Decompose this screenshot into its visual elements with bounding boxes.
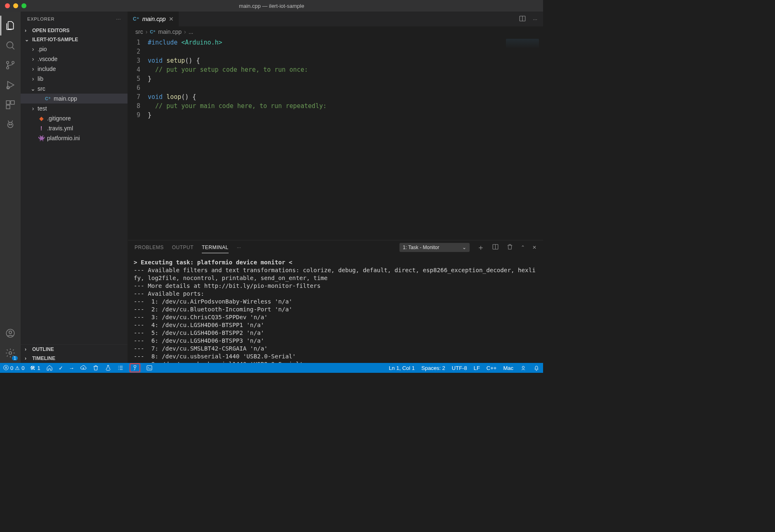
terminal-line: --- Available ports: [134, 290, 537, 298]
editor-tab[interactable]: C⁺ main.cpp ✕ [128, 12, 179, 26]
more-actions-icon[interactable]: ··· [533, 16, 537, 22]
svg-rect-5 [6, 101, 10, 104]
panel-tab-output[interactable]: OUTPUT [172, 242, 194, 253]
status-errors[interactable]: ⓧ0 ⚠0 [3, 364, 24, 372]
git-file-icon: ◆ [38, 115, 45, 122]
breadcrumb-folder[interactable]: src [135, 28, 143, 35]
section-outline[interactable]: › OUTLINE [21, 345, 128, 354]
tree-item[interactable]: ›.pio [21, 44, 128, 54]
code-content[interactable]: #include <Arduino.h> void setup() { // p… [148, 37, 543, 240]
status-encoding[interactable]: UTF-8 [452, 365, 467, 371]
split-editor-icon[interactable] [519, 15, 526, 24]
svg-rect-7 [6, 105, 10, 109]
pio-test-icon[interactable] [105, 365, 111, 371]
panel-tab-problems[interactable]: PROBLEMS [135, 242, 164, 253]
window-close-button[interactable] [5, 3, 10, 8]
maximize-panel-icon[interactable]: ⌃ [521, 245, 525, 250]
code-line[interactable]: // put your main code here, to run repea… [148, 101, 543, 111]
pio-terminal-icon[interactable] [146, 365, 153, 371]
activity-search[interactable] [0, 35, 20, 55]
window-maximize-button[interactable] [21, 3, 26, 8]
minimap[interactable] [506, 39, 539, 51]
tree-item-label: test [38, 105, 47, 112]
close-icon[interactable]: ✕ [169, 16, 174, 22]
code-line[interactable]: void loop() { [148, 92, 543, 101]
breadcrumb-file[interactable]: main.cpp [158, 28, 182, 35]
code-line[interactable]: // put your setup code here, to run once… [148, 65, 543, 74]
feedback-icon[interactable] [520, 365, 527, 371]
tree-item[interactable]: 👾platformio.ini [21, 133, 128, 143]
section-timeline[interactable]: › TIMELINE [21, 354, 128, 363]
status-indent[interactable]: Spaces: 2 [421, 365, 445, 371]
terminal-select[interactable]: 1: Task - Monitor [399, 243, 470, 252]
pio-build-icon[interactable]: ✓ [59, 365, 63, 371]
tree-item[interactable]: ›lib [21, 74, 128, 84]
code-line[interactable]: #include <Arduino.h> [148, 38, 543, 47]
tree-item[interactable]: ◆.gitignore [21, 113, 128, 123]
activity-explorer[interactable] [0, 16, 20, 35]
activity-run-debug[interactable] [0, 75, 20, 95]
tree-item-label: lib [38, 75, 43, 82]
activity-extensions[interactable] [0, 95, 20, 115]
chevron-right-icon: › [31, 46, 35, 52]
status-eol[interactable]: LF [474, 365, 480, 371]
code-editor[interactable]: 123456789 #include <Arduino.h> void setu… [128, 37, 543, 240]
status-language[interactable]: C++ [487, 365, 497, 371]
tools-count: 1 [37, 365, 40, 371]
tree-item[interactable]: ›include [21, 64, 128, 74]
breadcrumb-symbol[interactable]: ... [189, 28, 194, 35]
tree-item[interactable]: ›test [21, 104, 128, 113]
chevron-right-icon: › [31, 75, 35, 82]
explorer-more-icon[interactable]: ··· [116, 16, 121, 21]
terminal-output[interactable]: > Executing task: platformio device moni… [128, 254, 543, 363]
status-platform[interactable]: Mac [503, 365, 513, 371]
line-number: 4 [128, 65, 140, 74]
tree-item[interactable]: C⁺main.cpp [21, 94, 128, 104]
code-line[interactable] [148, 83, 543, 92]
pio-home-icon[interactable] [46, 365, 53, 371]
status-tools[interactable]: 🛠1 [30, 365, 40, 371]
tree-item-label: .pio [38, 46, 47, 52]
section-project[interactable]: ⌄ ILERT-IOT-SAMPLE [21, 35, 128, 44]
project-label: ILERT-IOT-SAMPLE [32, 37, 78, 42]
activity-accounts[interactable] [0, 323, 20, 343]
code-line[interactable]: } [148, 111, 543, 120]
code-line[interactable]: void setup() { [148, 56, 543, 65]
panel-more-icon[interactable]: ··· [237, 245, 241, 250]
platformio-file-icon: 👾 [38, 135, 45, 141]
tree-item-label: platformio.ini [47, 135, 80, 141]
new-terminal-icon[interactable]: ＋ [477, 242, 484, 252]
status-cursor-pos[interactable]: Ln 1, Col 1 [389, 365, 415, 371]
tree-item[interactable]: !.travis.yml [21, 123, 128, 133]
pio-remote-icon[interactable] [80, 365, 87, 371]
window-minimize-button[interactable] [13, 3, 18, 8]
window-title: main.cpp — ilert-iot-sample [239, 3, 304, 9]
pio-clean-icon[interactable] [92, 365, 99, 371]
line-number: 6 [128, 83, 140, 92]
kill-terminal-icon[interactable] [506, 243, 513, 252]
split-terminal-icon[interactable] [492, 243, 499, 252]
activity-settings[interactable]: 1 [0, 343, 20, 363]
section-open-editors[interactable]: › OPEN EDITORS [21, 26, 128, 35]
activity-platformio[interactable] [0, 115, 20, 134]
terminal-line: --- 6: /dev/cu.LGSH4D06-BTSPP3 'n/a' [134, 337, 537, 345]
pio-serial-monitor-icon[interactable] [130, 363, 140, 372]
breadcrumbs[interactable]: src › C⁺ main.cpp › ... [128, 26, 543, 37]
pio-tasks-icon[interactable] [117, 365, 124, 371]
chevron-right-icon: › [31, 66, 35, 72]
panel-tab-terminal[interactable]: TERMINAL [202, 242, 229, 253]
close-panel-icon[interactable]: ✕ [532, 245, 536, 250]
search-icon [5, 40, 16, 51]
cpp-file-icon: C⁺ [44, 96, 52, 101]
notifications-icon[interactable] [533, 365, 540, 371]
svg-rect-6 [11, 101, 14, 104]
tree-item[interactable]: ⌄src [21, 84, 128, 94]
chevron-right-icon: › [25, 355, 30, 361]
account-icon [5, 328, 16, 339]
chevron-right-icon: › [25, 346, 30, 352]
activity-source-control[interactable] [0, 55, 20, 75]
tree-item[interactable]: ›.vscode [21, 54, 128, 64]
code-line[interactable] [148, 47, 543, 56]
pio-upload-icon[interactable]: → [69, 365, 74, 371]
code-line[interactable]: } [148, 74, 543, 83]
